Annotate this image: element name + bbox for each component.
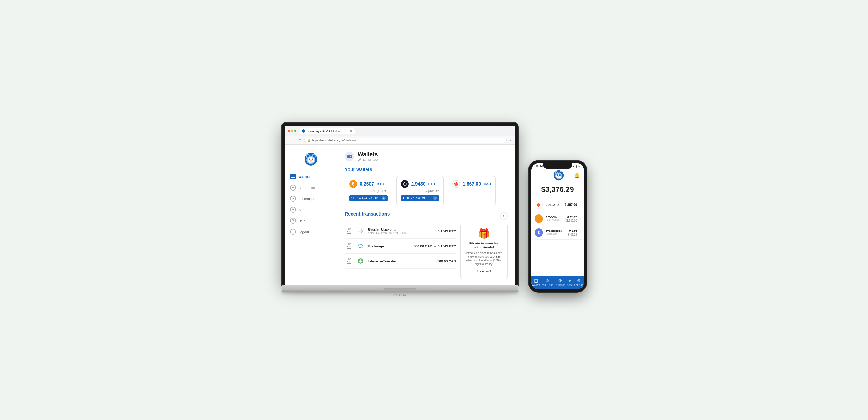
phone-status-icons: ▲ ||| ▮	[572, 165, 580, 168]
phone-eth-icon: Ξ	[534, 228, 543, 237]
btc-rate-bar: 1 BTC = 4,749.23 CAD i	[349, 195, 388, 201]
browser-tab-active[interactable]: Shakepay - Buy/Sell Bitcoin in ... ✕	[299, 128, 355, 134]
wallet-icon-box	[290, 174, 296, 179]
btc-wallet-top: ₿ 0.2507 BTC	[349, 180, 388, 188]
browser-menu-button[interactable]: ⋮	[508, 138, 513, 143]
phone-header: 🔔	[531, 168, 584, 183]
wallet-card-btc[interactable]: ₿ 0.2507 BTC ~ $1,181.04 1 BTC = 4,749.2…	[345, 176, 392, 205]
phone-btc-value: 0.2507	[565, 216, 577, 219]
eth-amount: 2.9430	[411, 181, 426, 187]
svg-point-27	[557, 174, 558, 176]
header-icon	[345, 151, 354, 161]
shakepay-logo-icon	[304, 152, 317, 166]
wallet-card-cad[interactable]: 🍁 1,867.00 CAD	[448, 176, 496, 205]
browser-dots	[288, 130, 297, 132]
logout-icon: →	[290, 229, 296, 235]
sidebar-label-logout: Logout	[299, 230, 309, 234]
page-title: Wallets	[358, 151, 379, 158]
btc-fiat: ~ $1,181.04	[349, 190, 388, 193]
tx-day-2: 11	[345, 246, 353, 250]
phone-cad-name: DOLLARS	[546, 203, 562, 206]
sidebar-item-exchange[interactable]: ⟳ Exchange	[285, 193, 337, 204]
svg-point-28	[559, 174, 561, 176]
eth-rate-info-button[interactable]: i	[433, 196, 437, 200]
refresh-button[interactable]: ↻	[297, 138, 303, 143]
table-row[interactable]: Feb 11	[345, 254, 456, 269]
wifi-icon: ▲	[572, 165, 575, 168]
wallets-grid: ₿ 0.2507 BTC ~ $1,181.04 1 BTC = 4,749.2…	[345, 176, 508, 205]
tx-month-1: Feb	[345, 228, 353, 230]
table-row[interactable]: Feb 11	[345, 224, 456, 239]
lock-icon: 🔒	[307, 139, 311, 142]
phone-tab-add-funds[interactable]: ⊕ Add Funds	[541, 278, 553, 286]
tx-amount-1: 0.1043 BTC	[438, 229, 456, 233]
list-item[interactable]: 🍁 DOLLARS 1,867.00 ›	[534, 198, 581, 212]
address-bar[interactable]: 🔒 https://www.shakepay.co/dashboard	[304, 138, 507, 143]
phone-notch	[543, 163, 572, 169]
sidebar-item-wallets[interactable]: Wallets	[285, 171, 337, 182]
sidebar-item-send[interactable]: ✈ Send	[285, 204, 337, 215]
gift-icon: 🎁	[478, 228, 490, 239]
phone-add-funds-tab-icon: ⊕	[546, 278, 549, 283]
sidebar-label-send: Send	[299, 208, 306, 212]
tx-day-3: 11	[345, 260, 353, 265]
table-row[interactable]: Feb 11	[345, 239, 456, 254]
refresh-transactions-button[interactable]: ↻	[500, 213, 508, 220]
phone-tab-wallets[interactable]: ◫ Wallets	[532, 278, 540, 286]
exchange-icon: ⟳	[290, 196, 296, 202]
phone-tab-exchange[interactable]: ⟳ Exchange	[555, 278, 565, 286]
sidebar-item-help[interactable]: ? Help	[285, 215, 337, 226]
referral-text: Introduce a friend to Shakepay and we'll…	[465, 251, 503, 266]
invite-now-button[interactable]: Invite now!	[473, 268, 494, 275]
phone-tab-exchange-label: Exchange	[555, 284, 565, 286]
new-tab-button[interactable]: +	[356, 128, 362, 134]
tx-details-2: Exchange	[368, 244, 410, 248]
wallet-icon	[291, 175, 295, 178]
phone-cad-amount: 1,867.00	[565, 203, 577, 206]
eth-currency: ETH	[428, 182, 435, 186]
phone-wallets-tab-icon: ◫	[534, 278, 538, 283]
phone-shakepay-logo	[553, 170, 564, 180]
eth-fiat: ~ $462.42	[401, 190, 439, 193]
sidebar-label-help: Help	[299, 219, 306, 223]
sidebar-item-logout[interactable]: → Logout	[285, 226, 337, 237]
wallet-card-eth[interactable]: ⬡ 2.9430 ETH ~ $462.42 1 ETH = 159.60 CA…	[396, 176, 443, 205]
maximize-dot[interactable]	[294, 130, 297, 132]
svg-rect-18	[350, 156, 351, 157]
laptop-screen-inner: Shakepay - Buy/Sell Bitcoin in ... ✕ + ‹…	[285, 126, 515, 285]
phone-outer: 10:24 ▲ ||| ▮	[529, 161, 587, 292]
close-dot[interactable]	[288, 130, 290, 132]
tx-details-1: Bitcoin Blockchain Notes: btc:n4VD5YdHf7…	[368, 228, 435, 234]
phone-time: 10:24	[535, 165, 543, 168]
forward-button[interactable]: ›	[292, 138, 296, 143]
laptop-screen-outer: Shakepay - Buy/Sell Bitcoin in ... ✕ + ‹…	[282, 123, 518, 285]
phone-tab-add-funds-label: Add Funds	[541, 284, 553, 286]
phone-settings-tab-icon: ⚙	[577, 278, 581, 283]
phone-btc-info: BITCOIN @ $4,414.83	[546, 216, 563, 222]
phone-btc-icon: ₿	[534, 215, 543, 223]
phone-tab-settings[interactable]: ⚙ Settings	[575, 278, 583, 286]
list-item[interactable]: Ξ ETHEREUM @ $136.69 2.943 $402.29 ›	[534, 226, 581, 240]
minimize-dot[interactable]	[291, 130, 293, 132]
phone-cad-icon: 🍁	[534, 200, 543, 209]
tx-note-1: Notes: btc:n4VD5YdHf7hLQ2gWQYYrcx oE5B7n…	[368, 231, 410, 234]
notification-bell-icon[interactable]: 🔔	[574, 172, 580, 178]
tx-month-2: Feb	[345, 243, 353, 246]
tx-name-3: Interac e-Transfer	[368, 259, 434, 263]
list-item[interactable]: ₿ BITCOIN @ $4,414.83 0.2507 $1,107.00 ›	[534, 212, 581, 226]
tab-close-button[interactable]: ✕	[350, 130, 352, 132]
svg-rect-17	[347, 156, 352, 156]
tx-day-1: 11	[345, 230, 353, 235]
btc-rate-info-button[interactable]: i	[382, 196, 385, 200]
phone: 10:24 ▲ ||| ▮	[529, 161, 587, 292]
main-content: Wallets Welcome back! Your wallets ₿	[337, 145, 515, 285]
phone-screen: 10:24 ▲ ||| ▮	[531, 163, 584, 289]
phone-tab-send[interactable]: ➤ Send	[567, 278, 572, 286]
transactions-section: Recent transactions ↻ Feb 11	[345, 211, 508, 279]
phone-eth-amount: 2.943 $402.29	[567, 229, 577, 236]
signal-icon: |||	[576, 165, 578, 168]
back-button[interactable]: ‹	[287, 138, 291, 143]
scene: Shakepay - Buy/Sell Bitcoin in ... ✕ + ‹…	[282, 123, 587, 297]
sidebar-item-add-funds[interactable]: + Add Funds	[285, 182, 337, 193]
phone-tab-bar: ◫ Wallets ⊕ Add Funds ⟳ Exchange ➤ Send	[531, 276, 584, 289]
